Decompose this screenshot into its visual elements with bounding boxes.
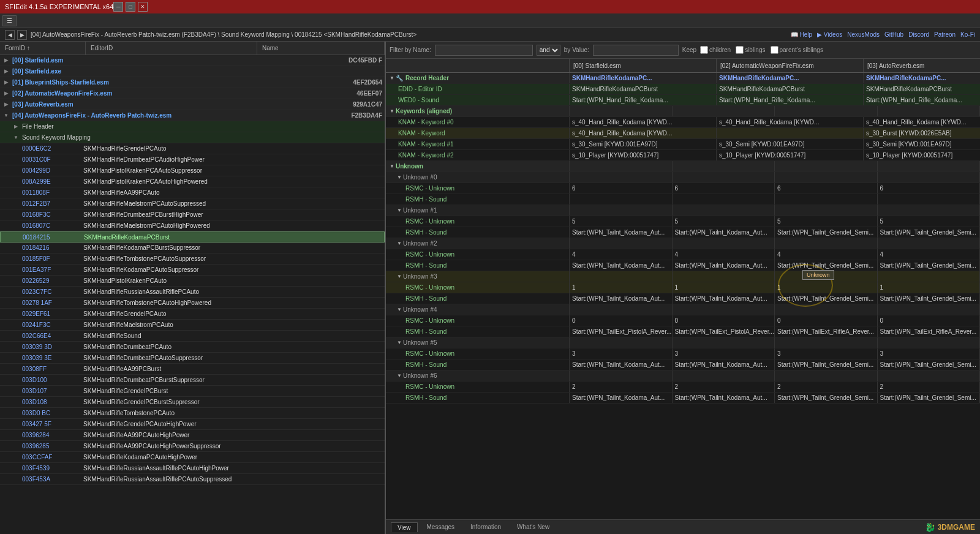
list-item[interactable]: 00184216 SKMHandRifleKodamaPCBurstSuppre… [0,243,385,254]
list-item[interactable]: 00308FF SKMHandRifleAA99PCBurst [0,364,385,375]
table-row[interactable]: RSMC - Unknown 4 4 4 4 [386,249,980,260]
filter-name-input[interactable] [435,45,533,56]
discord-link[interactable]: Discord [908,31,929,38]
list-item[interactable]: 00185F0F SKMHandRifleTombstonePCAutoSupp… [0,254,385,265]
formid-col-header[interactable]: FormID ↑ [0,42,86,55]
list-item[interactable]: ▶ File Header [0,121,385,132]
parents-siblings-checkbox[interactable] [771,46,778,54]
list-item[interactable]: 003D108 SKMHandRifleGrendelPCBurstSuppre… [0,397,385,408]
table-row[interactable]: ▼ Unknown #6 [386,370,980,382]
expand-icon[interactable]: ▼ [397,340,402,345]
table-row[interactable]: KNAM - Keyword #1 s_30_Semi [KYWD:001EA9… [386,139,980,150]
list-item[interactable]: 003F453A SKMHandRifleRussianAssaultRifle… [0,474,385,485]
patreon-link[interactable]: Patreon [934,31,956,38]
list-item[interactable]: 00031C0F SKMHandRifleDrumbeatPCAudioHigh… [0,154,385,165]
list-item[interactable]: 00168F3C SKMHandRifleDrumbeatPCBurstHigh… [0,209,385,220]
list-item[interactable]: 00241F3C SKMHandRifleMaelstromPCAuto [0,320,385,331]
table-row[interactable]: ▼ Unknown #2 [386,238,980,249]
list-item[interactable]: 003CCFAF SKMHandRifleKodamaPCAutoHighPow… [0,452,385,463]
list-item[interactable]: 003D100 SKMHandRifleDrumbeatPCBurstSuppr… [0,375,385,386]
table-row[interactable]: RSMC - Unknown 0 0 0 0 [386,315,980,326]
parents-siblings-check-label[interactable]: parent's siblings [771,46,823,54]
table-row[interactable]: RSMH - Sound Start:(WPN_Tailnt_Kodama_Au… [386,393,980,404]
table-row[interactable]: ▼ Unknown #4 [386,304,980,315]
expand-icon[interactable]: ▶ [2,68,10,75]
nexusmods-link[interactable]: NexusMods [847,31,880,38]
children-check-label[interactable]: children [700,46,731,54]
list-item[interactable]: ▼ Sound Keyword Mapping [0,132,385,143]
list-item[interactable]: ▶ [01] BlueprintShips-Starfield.esm 4EF2… [0,77,385,88]
tab-information[interactable]: Information [464,522,508,532]
table-row[interactable]: ▼ Unknown [386,161,980,172]
list-item[interactable]: 0029EF61 SKMHandRifleGrendelPCAuto [0,309,385,320]
expand-icon[interactable]: ▶ [2,57,10,64]
table-row[interactable]: RSMC - Unknown 2 2 2 2 [386,382,980,393]
list-item[interactable]: 002C66E4 SKMHandRifleSound [0,331,385,342]
list-item[interactable]: ▼ [04] AutoWeaponsFireFix - AutoReverb P… [0,110,385,121]
kofi-link[interactable]: Ko-Fi [960,31,975,38]
table-row[interactable]: ▼ Unknown #1 [386,205,980,216]
expand-icon[interactable]: ▶ [12,123,20,130]
table-row[interactable]: RSMH - Sound [386,194,980,205]
list-item[interactable]: 0016807C SKMHandRifleMaelstromPCAutoHigh… [0,220,385,231]
expand-icon[interactable]: ▼ [390,108,394,114]
table-row[interactable]: EDID - Editor ID SKMHandRifleKodamaPCBur… [386,84,980,95]
table-row[interactable]: RSMH - Sound Start:(WPN_Tailnt_Kodama_Au… [386,293,980,304]
list-item[interactable]: 0011808F SKMHandRifleAA99PCAuto [0,187,385,198]
table-row[interactable]: RSMH - Sound Start:(WPN_Tailnt_Kodama_Au… [386,260,980,271]
list-item[interactable]: 003D107 SKMHandRifleGrendelPCBurst [0,386,385,397]
list-item[interactable]: 008A299E SKMHandPistolKrakenPCAAutoHighP… [0,176,385,187]
list-item[interactable]: ▶ [03] AutoReverb.esm 929A1C47 [0,99,385,110]
list-item[interactable]: 001EA37F SKMHandRifleKodamaPCAutoSuppres… [0,265,385,276]
list-item[interactable]: ▶ [00] Starfield.exe [0,66,385,77]
list-item[interactable]: 0000E6C2 SKMHandRifleGrendelPCAuto [0,143,385,154]
table-row[interactable]: ▼ Unknown #3 [386,271,980,282]
table-row[interactable]: ▼ Unknown #0 [386,172,980,183]
selected-list-item[interactable]: 00184215 SKMHandRifleKodamaPCBurst [0,231,385,243]
list-item[interactable]: ▶ [02] AutomaticWeaponFireFix.esm 46EEF0… [0,88,385,99]
minimize-button[interactable]: ─ [113,2,123,12]
table-row[interactable]: RSMC - Unknown 3 3 3 3 [386,348,980,359]
expand-icon[interactable]: ▼ [12,134,20,141]
rcol-autofirefix-header[interactable]: [02] AutomaticWeaponFireFix.esm [717,59,864,72]
rcol-autoreverb-header[interactable]: [03] AutoReverb.esm [864,59,980,72]
rcol-label-header[interactable] [386,59,570,72]
list-item[interactable]: 00226529 SKMHandPistolKrakenPCAuto [0,276,385,287]
table-row[interactable]: KNAM - Keyword #0 s_40_Hand_Rifle_Kodama… [386,117,980,128]
editorid-col-header[interactable]: EditorID [86,42,257,55]
table-row[interactable]: WED0 - Sound Start:(WPN_Hand_Rifle_Kodam… [386,95,980,106]
siblings-check-label[interactable]: siblings [736,46,765,54]
tab-whats-new[interactable]: What's New [510,522,556,532]
tab-view[interactable]: View [391,522,418,532]
expand-icon[interactable]: ▼ [397,241,402,246]
expand-icon[interactable]: ▶ [2,79,10,86]
list-item[interactable]: 003039 3D SKMHandRifleDrumbeatPCAuto [0,342,385,353]
menu-button[interactable]: ☰ [2,15,17,26]
github-link[interactable]: GitHub [884,31,903,38]
expand-icon[interactable]: ▼ [390,75,394,81]
expand-icon[interactable]: ▶ [2,90,10,97]
siblings-checkbox[interactable] [736,46,744,54]
maximize-button[interactable]: □ [126,2,135,12]
table-row[interactable]: RSMH - Sound Start:(WPN_TailExt_PistolA_… [386,326,980,337]
list-item[interactable]: 003D0 BC SKMHandRifleTombstonePCAuto [0,408,385,419]
list-item[interactable]: 00396285 SKMHandRifleAA99PCAutoHighPower… [0,441,385,452]
list-item[interactable]: 0012F2B7 SKMHandRifleMaelstromPCAutoSupp… [0,198,385,209]
list-item[interactable]: 003F4539 SKMHandRifleRussianAssaultRifle… [0,463,385,474]
expand-icon[interactable]: ▼ [2,112,10,119]
filter-condition-select[interactable]: and or [537,45,560,56]
table-row[interactable]: RSMC - Unknown 6 6 6 6 [386,183,980,194]
table-row[interactable]: ▼ 🔧 Record Header SKMHandRifleKodamaPC..… [386,73,980,84]
list-item[interactable]: 0023C7FC SKMHandRifleRussianAssaultRifle… [0,287,385,298]
expand-icon[interactable]: ▼ [397,274,402,279]
tab-messages[interactable]: Messages [420,522,462,532]
table-row[interactable]: ▼ Unknown #5 [386,337,980,348]
expand-icon[interactable]: ▼ [390,164,394,169]
list-item[interactable]: 0004299D SKMHandPistolKrakenPCAAutoSuppr… [0,165,385,176]
rcol-starfield-header[interactable]: [00] Starfield.esm [570,59,717,72]
forward-button[interactable]: ▶ [17,30,27,40]
name-col-header[interactable]: Name [257,42,385,55]
table-row[interactable]: RSMH - Sound Start:(WPN_Tailnt_Kodama_Au… [386,227,980,238]
expand-icon[interactable]: ▼ [397,175,402,180]
filter-value-input[interactable] [593,45,679,56]
